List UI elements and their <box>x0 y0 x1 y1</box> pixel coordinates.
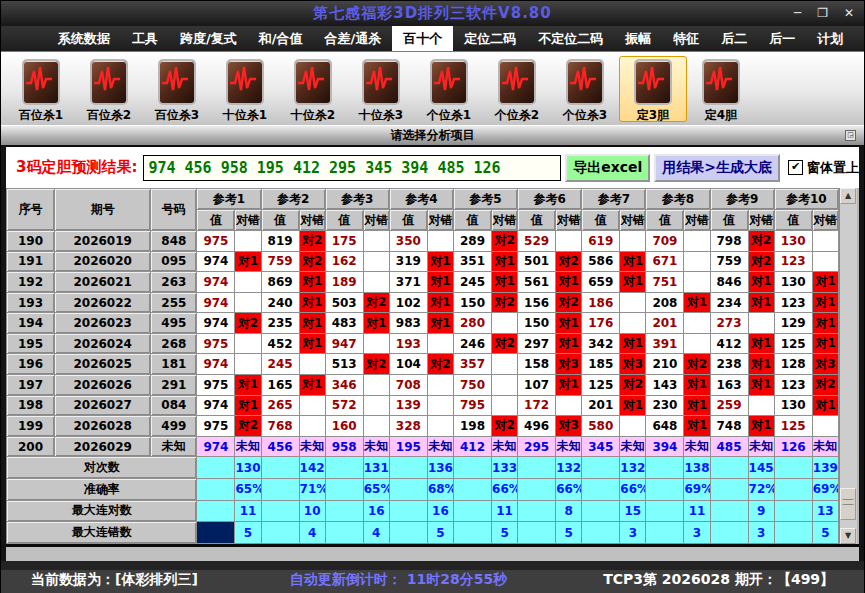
vertical-scrollbar[interactable]: ▲ ▼ <box>839 188 857 544</box>
tool-button-百位杀3[interactable]: 百位杀3 <box>143 56 211 122</box>
value-cell[interactable]: 798 <box>710 231 748 252</box>
tool-button-个位杀1[interactable]: 个位杀1 <box>415 56 483 122</box>
summary-spacer-cell[interactable] <box>646 522 684 544</box>
mark-cell[interactable]: 对3 <box>620 354 646 375</box>
summary-value-cell[interactable]: 15 <box>620 500 646 522</box>
mark-cell[interactable] <box>427 231 453 252</box>
period-cell[interactable]: 2026028 <box>55 416 151 437</box>
mark-cell[interactable]: 未知 <box>492 436 518 457</box>
value-cell[interactable]: 975 <box>197 375 235 396</box>
summary-spacer-cell[interactable] <box>261 522 299 544</box>
mark-cell[interactable]: 对2 <box>235 313 261 334</box>
mark-cell[interactable] <box>812 416 838 437</box>
summary-spacer-cell[interactable] <box>710 457 748 479</box>
period-cell[interactable]: 2026024 <box>55 333 151 354</box>
value-cell[interactable]: 129 <box>774 313 812 334</box>
mark-cell[interactable]: 未知 <box>684 436 710 457</box>
mark-cell[interactable] <box>299 395 325 416</box>
minimize-button[interactable]: ─ <box>794 1 801 26</box>
value-cell[interactable]: 580 <box>582 416 620 437</box>
mark-cell[interactable]: 对1 <box>299 333 325 354</box>
summary-value-cell[interactable]: 130 <box>235 457 261 479</box>
seq-cell[interactable]: 197 <box>7 375 55 396</box>
mark-cell[interactable]: 对1 <box>427 251 453 272</box>
value-cell[interactable]: 819 <box>261 231 299 252</box>
summary-value-cell[interactable]: 16 <box>427 500 453 522</box>
value-cell[interactable]: 648 <box>646 416 684 437</box>
value-cell[interactable]: 975 <box>197 416 235 437</box>
value-cell[interactable]: 846 <box>710 272 748 293</box>
mark-cell[interactable]: 对2 <box>363 292 389 313</box>
summary-value-cell[interactable]: 5 <box>427 522 453 544</box>
menu-item-定位二码[interactable]: 定位二码 <box>453 26 527 51</box>
mark-cell[interactable]: 对2 <box>299 251 325 272</box>
summary-spacer-cell[interactable] <box>453 500 491 522</box>
mark-cell[interactable] <box>556 231 582 252</box>
value-cell[interactable]: 165 <box>261 375 299 396</box>
value-cell[interactable]: 162 <box>325 251 363 272</box>
number-cell[interactable]: 255 <box>151 292 197 313</box>
seq-cell[interactable]: 200 <box>7 436 55 457</box>
mark-cell[interactable] <box>363 375 389 396</box>
summary-value-cell[interactable]: 72% <box>748 478 774 500</box>
summary-spacer-cell[interactable] <box>646 478 684 500</box>
mark-cell[interactable] <box>812 231 838 252</box>
restore-button[interactable]: ❐ <box>817 1 828 26</box>
summary-value-cell[interactable]: 133 <box>492 457 518 479</box>
value-cell[interactable]: 172 <box>518 395 556 416</box>
close-button[interactable]: ✕ <box>844 1 854 26</box>
mark-cell[interactable] <box>748 395 774 416</box>
mark-cell[interactable] <box>427 395 453 416</box>
value-cell[interactable]: 759 <box>710 251 748 272</box>
value-cell[interactable]: 189 <box>325 272 363 293</box>
value-cell[interactable]: 198 <box>453 416 491 437</box>
mark-cell[interactable]: 对1 <box>299 375 325 396</box>
tool-button-个位杀2[interactable]: 个位杀2 <box>483 56 551 122</box>
seq-cell[interactable]: 196 <box>7 354 55 375</box>
mark-cell[interactable]: 未知 <box>427 436 453 457</box>
mark-cell[interactable]: 对2 <box>812 375 838 396</box>
mark-cell[interactable]: 未知 <box>363 436 389 457</box>
value-cell[interactable]: 107 <box>518 375 556 396</box>
mark-cell[interactable]: 对1 <box>556 333 582 354</box>
mark-cell[interactable]: 对2 <box>363 354 389 375</box>
mark-cell[interactable] <box>684 333 710 354</box>
summary-value-cell[interactable]: 16 <box>363 500 389 522</box>
mark-cell[interactable]: 对1 <box>684 375 710 396</box>
value-cell[interactable]: 503 <box>325 292 363 313</box>
summary-spacer-cell[interactable] <box>197 457 235 479</box>
summary-value-cell[interactable]: 11 <box>492 500 518 522</box>
scrollbar-thumb[interactable] <box>840 488 856 520</box>
mark-cell[interactable] <box>299 354 325 375</box>
summary-value-cell[interactable]: 5 <box>492 522 518 544</box>
value-cell[interactable]: 974 <box>197 436 235 457</box>
mark-cell[interactable] <box>363 251 389 272</box>
mark-cell[interactable] <box>684 251 710 272</box>
mark-cell[interactable]: 对2 <box>620 375 646 396</box>
menu-item-后一[interactable]: 后一 <box>758 26 806 51</box>
period-cell[interactable]: 2026025 <box>55 354 151 375</box>
value-cell[interactable]: 708 <box>389 375 427 396</box>
mark-cell[interactable] <box>748 313 774 334</box>
mark-cell[interactable] <box>492 375 518 396</box>
value-cell[interactable]: 561 <box>518 272 556 293</box>
mark-cell[interactable]: 对2 <box>556 292 582 313</box>
value-cell[interactable]: 412 <box>453 436 491 457</box>
value-cell[interactable]: 456 <box>261 436 299 457</box>
seq-cell[interactable]: 190 <box>7 231 55 252</box>
value-cell[interactable]: 246 <box>453 333 491 354</box>
value-cell[interactable]: 869 <box>261 272 299 293</box>
value-cell[interactable]: 102 <box>389 292 427 313</box>
value-cell[interactable]: 975 <box>197 333 235 354</box>
mark-cell[interactable] <box>620 313 646 334</box>
mark-cell[interactable] <box>363 272 389 293</box>
mark-cell[interactable]: 对2 <box>748 231 774 252</box>
value-cell[interactable]: 709 <box>646 231 684 252</box>
mark-cell[interactable] <box>363 333 389 354</box>
dialog-launcher-icon[interactable]: ◲ <box>845 130 856 141</box>
value-cell[interactable]: 572 <box>325 395 363 416</box>
tool-button-百位杀1[interactable]: 百位杀1 <box>7 56 75 122</box>
value-cell[interactable]: 759 <box>261 251 299 272</box>
summary-spacer-cell[interactable] <box>646 457 684 479</box>
value-cell[interactable]: 983 <box>389 313 427 334</box>
